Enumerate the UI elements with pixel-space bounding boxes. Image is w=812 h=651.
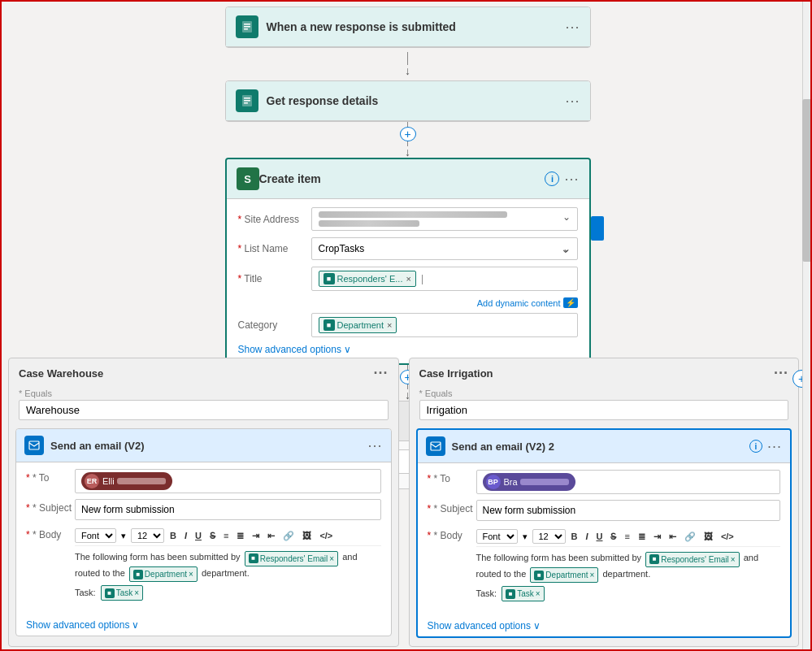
strikethrough-btn-irrigation[interactable]: S̶ — [608, 531, 619, 543]
sharepoint-icon: S — [237, 167, 259, 190]
task-tag-irrigation: ■ Task × — [502, 586, 544, 601]
task-tag-x-warehouse[interactable]: × — [134, 587, 139, 599]
arrow-2: ↓ — [405, 146, 410, 158]
ul-btn-warehouse[interactable]: ≡ — [221, 530, 231, 541]
case-warehouse-menu[interactable]: ··· — [373, 365, 388, 382]
dept-tag-x-warehouse[interactable]: × — [189, 568, 193, 580]
step2-menu[interactable]: ··· — [565, 93, 580, 110]
list-name-label: List Name — [238, 243, 311, 254]
show-advanced-warehouse[interactable]: Show advanced options ∨ — [16, 616, 391, 636]
to-row-warehouse: * To ER Elli — [26, 469, 381, 493]
info-icon[interactable]: i — [545, 171, 559, 186]
site-address-input[interactable] — [311, 207, 578, 231]
title-tag-remove[interactable]: × — [406, 274, 410, 284]
dynamic-content-side-btn[interactable] — [591, 216, 604, 241]
ul-btn-irrigation[interactable]: ≡ — [622, 531, 632, 542]
irrigation-equals-input[interactable] — [419, 400, 789, 420]
subject-label-warehouse: * Subject — [26, 499, 75, 514]
to-row-irrigation: * To BP Bra — [428, 470, 781, 494]
email-icon-irrigation — [426, 436, 445, 456]
code-btn-warehouse[interactable]: </> — [317, 530, 335, 541]
size-select-warehouse[interactable]: 12 — [131, 528, 164, 543]
category-row: Category ■ Department × — [238, 313, 578, 337]
email-header-warehouse: Send an email (V2) ··· — [16, 429, 391, 462]
responders-tag-irrigation: ■ Responders' Email × — [645, 552, 739, 567]
to-label-irrigation: * To — [428, 470, 476, 484]
step-when-response: When a new response is submitted ··· — [225, 7, 591, 48]
font-select-irrigation[interactable]: Font — [476, 529, 518, 544]
ol-btn-warehouse[interactable]: ≣ — [234, 530, 246, 542]
body-editor-warehouse: Font ▾ 12 B I U S̶ ≡ ≣ ⇥ ⇤ — [75, 526, 381, 601]
body-label-warehouse: * Body — [26, 526, 75, 540]
step3-menu[interactable]: ··· — [564, 171, 579, 188]
subject-input-irrigation[interactable]: New form submission — [476, 500, 781, 521]
step1-menu[interactable]: ··· — [565, 19, 580, 36]
italic-btn-warehouse[interactable]: I — [182, 530, 189, 541]
info-icon-irrigation[interactable]: i — [749, 440, 762, 453]
image-btn-warehouse[interactable]: 🖼 — [300, 530, 314, 541]
to-input-irrigation[interactable]: BP Bra — [476, 470, 781, 494]
forms-icon-tag2: ■ — [323, 319, 335, 331]
size-select-irrigation[interactable]: 12 — [532, 529, 566, 544]
email-menu-irrigation[interactable]: ··· — [767, 438, 782, 455]
scrollbar[interactable] — [802, 2, 812, 651]
subject-input-warehouse[interactable]: New form submission — [75, 499, 381, 520]
list-name-value: CropTasks — [319, 243, 365, 254]
scrollbar-thumb[interactable] — [802, 99, 812, 262]
email-title-warehouse: Send an email (V2) — [50, 440, 367, 452]
task-row-warehouse: Task: ■ Task × — [75, 585, 381, 601]
task-tag-x-irrigation[interactable]: × — [536, 588, 541, 600]
add-step-button-1[interactable]: + — [400, 127, 416, 141]
email-header-irrigation: Send an email (V2) 2 i ··· — [418, 430, 791, 463]
email-step-irrigation: Send an email (V2) 2 i ··· * To BP Bra — [416, 428, 792, 638]
show-advanced-3[interactable]: Show advanced options ∨ — [238, 344, 578, 355]
strikethrough-btn-warehouse[interactable]: S̶ — [207, 530, 218, 542]
bold-btn-warehouse[interactable]: B — [167, 530, 179, 541]
outdent-btn-irrigation[interactable]: ⇤ — [667, 531, 679, 543]
dept-tag-x-irrigation[interactable]: × — [590, 569, 595, 581]
responders-tag-x-irrigation[interactable]: × — [731, 553, 736, 566]
category-tag-remove[interactable]: × — [387, 320, 392, 330]
email-body-irrigation: * To BP Bra * Subject N — [418, 463, 791, 614]
code-btn-irrigation[interactable]: </> — [719, 531, 736, 542]
step-get-response: Get response details ··· — [225, 80, 591, 122]
underline-btn-irrigation[interactable]: U — [594, 531, 606, 542]
category-input[interactable]: ■ Department × — [311, 313, 578, 337]
image-btn-irrigation[interactable]: 🖼 — [701, 531, 715, 542]
email-step-warehouse: Send an email (V2) ··· * To ER Elli — [15, 428, 392, 636]
body-label-irrigation: * Body — [428, 527, 476, 541]
link-btn-irrigation[interactable]: 🔗 — [682, 531, 698, 543]
subject-value-warehouse: New form submission — [81, 504, 175, 515]
to-input-warehouse[interactable]: ER Elli — [75, 469, 381, 493]
dept-tag-warehouse: ■ Department × — [129, 566, 198, 582]
italic-btn-irrigation[interactable]: I — [583, 531, 590, 542]
case-irrigation: Case Irrigation ··· * Equals Send an ema… — [409, 358, 800, 647]
recipient-name-er: Elli — [102, 476, 115, 486]
warehouse-equals-input[interactable] — [19, 400, 389, 420]
recipient-avatar-er: ER — [85, 474, 99, 488]
list-name-input[interactable]: CropTasks ⌄ — [311, 237, 578, 260]
category-tag: ■ Department × — [319, 317, 397, 333]
step3-title: Create item — [259, 172, 545, 185]
bold-btn-irrigation[interactable]: B — [569, 531, 580, 542]
svg-rect-11 — [431, 442, 441, 450]
ol-btn-irrigation[interactable]: ≣ — [636, 531, 648, 543]
font-select-warehouse[interactable]: Font — [75, 528, 116, 543]
link-btn-warehouse[interactable]: 🔗 — [280, 530, 297, 542]
case-irrigation-menu[interactable]: ··· — [774, 365, 788, 382]
email-menu-warehouse[interactable]: ··· — [367, 437, 382, 454]
outdent-btn-warehouse[interactable]: ⇤ — [265, 530, 277, 542]
responders-tag-x-warehouse[interactable]: × — [329, 553, 334, 565]
title-input[interactable]: ■ Responders' E... × | — [311, 267, 578, 291]
step1-title: When a new response is submitted — [267, 20, 566, 33]
body-editor-irrigation: Font ▾ 12 B I U S̶ ≡ ≣ ⇥ ⇤ — [476, 527, 781, 601]
subject-value-irrigation: New form submission — [483, 505, 576, 516]
show-advanced-irrigation[interactable]: Show advanced options ∨ — [418, 617, 791, 636]
indent-btn-irrigation[interactable]: ⇥ — [651, 531, 663, 543]
indent-btn-warehouse[interactable]: ⇥ — [250, 530, 262, 542]
body-text-irrigation: The following form has been submitted by… — [476, 551, 781, 601]
add-dynamic-text[interactable]: Add dynamic content — [477, 298, 561, 308]
svg-rect-3 — [244, 28, 248, 30]
underline-btn-warehouse[interactable]: U — [193, 530, 204, 541]
subject-row-warehouse: * Subject New form submission — [26, 499, 381, 520]
